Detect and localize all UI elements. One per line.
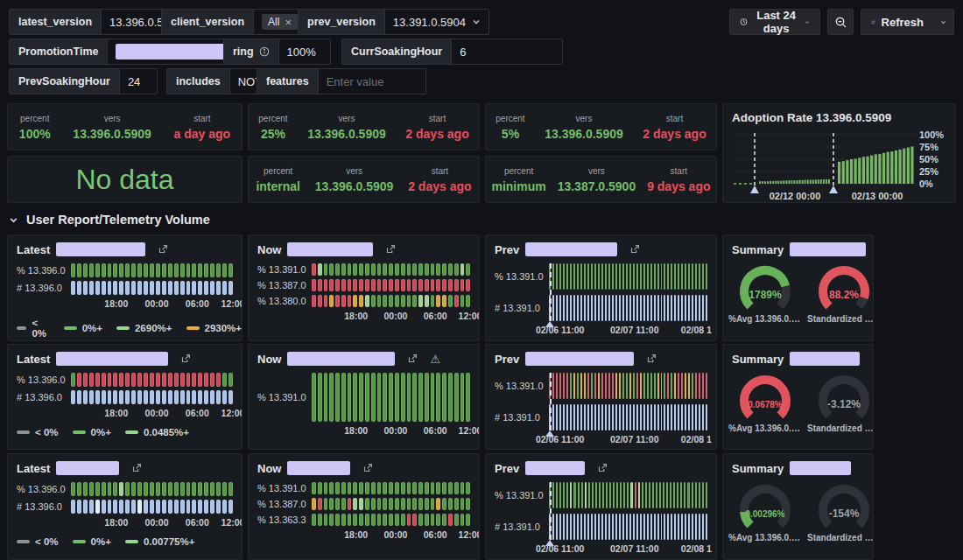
legend-item[interactable]: < 0%	[17, 427, 59, 438]
redacted-title	[525, 461, 585, 475]
filter-curr-soaking-hour[interactable]: CurrSoakingHour 6	[341, 38, 563, 65]
external-link-icon[interactable]	[179, 353, 192, 365]
timeline-segment	[630, 482, 632, 508]
axis-tick: 00:00	[145, 517, 169, 528]
timeline-segment	[418, 263, 423, 276]
timeline-segment	[198, 281, 202, 295]
timeline-segment	[174, 263, 179, 277]
timeline-segment	[348, 482, 352, 494]
timeline-segment	[594, 373, 596, 399]
external-link-icon[interactable]	[384, 243, 397, 256]
legend-label: < 0%	[35, 536, 59, 547]
svg-text:0.0678%: 0.0678%	[748, 400, 783, 410]
filter-features[interactable]: features Enter value	[257, 68, 426, 94]
timeline-segment	[608, 373, 610, 399]
timeline-segment	[563, 373, 565, 399]
filter-value[interactable]: 100%	[279, 39, 324, 64]
legend-item[interactable]: 2690%+	[116, 323, 172, 333]
axis-tick: 06:00	[186, 298, 209, 309]
legend-item[interactable]: < 0%	[17, 536, 59, 547]
filter-value[interactable]: 6	[452, 39, 474, 64]
timeline-segment	[466, 482, 470, 494]
stat-panel-25-percent: percent25%vers13.396.0.5909start2 days a…	[248, 103, 480, 150]
timeline-segment	[629, 373, 631, 399]
legend-item[interactable]: 0.0485%+	[125, 427, 189, 438]
timeline-segment	[89, 390, 94, 404]
external-link-icon[interactable]	[362, 462, 374, 474]
section-title: User Report/Telemetry Volume	[26, 213, 210, 227]
timeline-lane: % 13.391.0	[495, 482, 707, 508]
legend-item[interactable]: 0%+	[64, 323, 102, 333]
timeline-segment	[425, 514, 429, 526]
close-icon[interactable]: ×	[285, 17, 292, 28]
timeline-segment	[647, 514, 649, 540]
timeline-segment	[605, 404, 607, 430]
filter-value-dropdown[interactable]: 13.391.0.5904	[385, 10, 489, 34]
legend-item[interactable]: 0%+	[73, 536, 111, 547]
refresh-interval-button[interactable]	[933, 9, 954, 35]
external-link-icon[interactable]	[645, 353, 657, 365]
telemetry-panel-latest-3: Latest% 13.396.0# 13.396.018:0000:0006:0…	[7, 453, 243, 560]
warning-icon[interactable]: ⚠	[430, 353, 440, 366]
external-link-icon[interactable]	[157, 243, 169, 256]
legend-label: 2930%+	[205, 323, 243, 333]
timeline-segment	[137, 263, 142, 277]
external-link-icon[interactable]	[596, 462, 608, 474]
timeline-segment	[119, 373, 123, 387]
legend-item[interactable]: < 0%	[17, 318, 50, 339]
section-user-report-telemetry[interactable]: User Report/Telemetry Volume	[9, 213, 210, 227]
lane-segments	[549, 482, 707, 508]
stat-label: percent	[491, 166, 545, 176]
timeline-segment	[706, 295, 707, 321]
features-input[interactable]: Enter value	[319, 69, 392, 94]
external-link-icon[interactable]	[406, 353, 418, 365]
legend-swatch	[17, 326, 26, 330]
timeline-segment	[566, 263, 568, 290]
timeline-segment	[674, 263, 676, 290]
stat-panel-internal: percentinternalvers13.396.0.5909start2 d…	[248, 156, 480, 203]
timeline-segment	[633, 295, 635, 321]
timeline-lane: % 13.387.0	[257, 279, 470, 291]
zoom-out-button[interactable]	[827, 9, 854, 35]
stat-value: 13.387.0.5900	[558, 179, 636, 193]
timeline-segment	[460, 482, 465, 494]
timeline-segment	[577, 373, 579, 399]
filter-label: PrevSoakingHour	[10, 69, 120, 94]
time-range-button[interactable]: Last 24 days	[729, 9, 820, 35]
timeline-segment	[389, 263, 393, 276]
filter-tag-all[interactable]: All×	[262, 14, 298, 30]
timeline-segment	[329, 373, 334, 422]
panel-title: Summary	[732, 243, 784, 256]
legend-item[interactable]: 0.00775%+	[125, 536, 195, 547]
timeline-segment	[108, 263, 112, 277]
timeline-segment	[412, 498, 417, 510]
timeline-segment	[71, 500, 75, 514]
timeline-segment	[594, 263, 596, 290]
timeline-segment	[383, 279, 387, 291]
lane-label: % 13.396.0	[17, 265, 71, 276]
stat-label: percent	[258, 114, 287, 123]
timeline-segment	[699, 404, 700, 430]
timeline-segment	[162, 373, 166, 387]
timeline-segment	[460, 373, 465, 422]
time-axis: 18:0000:0006:0012:00	[71, 408, 233, 421]
svg-text:88.2%: 88.2%	[829, 289, 859, 301]
timeline-segment	[436, 498, 440, 510]
refresh-button[interactable]: Refresh	[861, 9, 934, 35]
timeline-segment	[622, 373, 624, 399]
filter-prev-version[interactable]: prev_version 13.391.0.5904	[298, 9, 489, 35]
timeline-segment	[578, 482, 580, 508]
external-link-icon[interactable]	[130, 462, 143, 474]
filter-value[interactable]: 24	[120, 69, 148, 94]
legend-item[interactable]: 0%+	[73, 427, 111, 438]
timeline-segment	[348, 295, 352, 307]
external-link-icon[interactable]	[629, 243, 641, 256]
timeline-segment	[418, 295, 423, 307]
filter-prev-soaking-hour[interactable]: PrevSoakingHour 24	[9, 68, 158, 94]
filter-ring[interactable]: ring 100%	[223, 38, 331, 65]
timeline-segment	[601, 295, 603, 321]
legend-item[interactable]: 2930%+	[186, 323, 243, 333]
timeline-segment	[661, 263, 663, 290]
gauge-label: %Avg 13.396.0.5...	[728, 314, 802, 324]
timeline-segment	[108, 281, 112, 295]
